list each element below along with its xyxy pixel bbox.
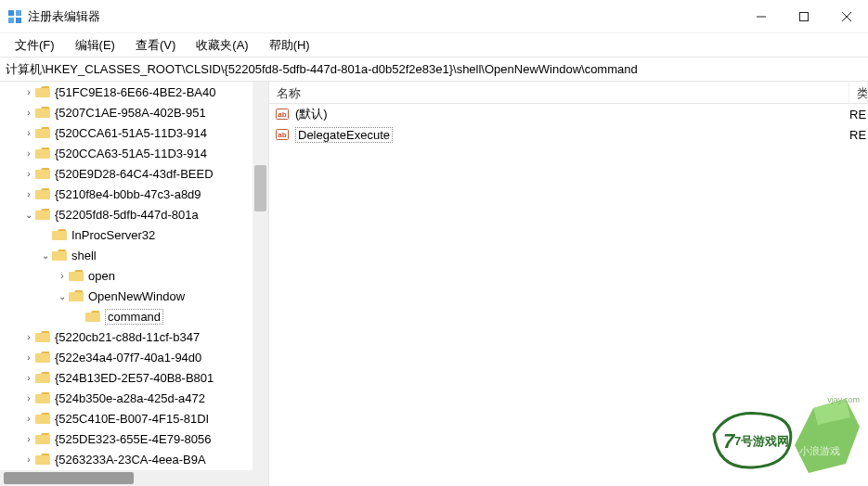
tree-item[interactable]: ›{5220cb21-c88d-11cf-b347 bbox=[0, 326, 253, 347]
tree-item[interactable]: ›{5263233A-23CA-4eea-B9A bbox=[0, 449, 253, 469]
tree-item-label: OpenNewWindow bbox=[88, 289, 185, 303]
value-name: DelegateExecute bbox=[295, 127, 393, 143]
chevron-right-icon[interactable]: › bbox=[56, 271, 69, 281]
tree-item[interactable]: ›{520CCA61-51A5-11D3-914 bbox=[0, 122, 253, 143]
menu-help[interactable]: 帮助(H) bbox=[260, 34, 319, 57]
svg-text:vjay.com: vjay.com bbox=[827, 395, 860, 404]
tree-item-label: {520CCA63-51A5-11D3-914 bbox=[55, 147, 207, 160]
tree-item[interactable]: ⌄shell bbox=[0, 245, 253, 265]
tree-item-label: shell bbox=[71, 249, 97, 262]
svg-text:7号游戏网: 7号游戏网 bbox=[734, 434, 789, 448]
folder-icon bbox=[35, 432, 50, 445]
tree-view[interactable]: ›{51FC9E18-6E66-4BE2-BA40›{5207C1AE-958A… bbox=[0, 82, 253, 470]
svg-text:小浪游戏: 小浪游戏 bbox=[799, 445, 840, 456]
chevron-right-icon[interactable]: › bbox=[22, 352, 35, 363]
address-path: 计算机\HKEY_CLASSES_ROOT\CLSID\{52205fd8-5d… bbox=[6, 61, 638, 78]
tree-item[interactable]: ›{525DE323-655E-4E79-8056 bbox=[0, 428, 253, 449]
tree-item-label: {52205fd8-5dfb-447d-801a bbox=[55, 208, 199, 222]
string-value-icon: ab bbox=[275, 107, 290, 122]
tree-item[interactable]: command bbox=[0, 306, 253, 326]
list-view[interactable]: ab(默认)REabDelegateExecuteRE bbox=[269, 104, 868, 145]
chevron-right-icon[interactable]: › bbox=[22, 128, 35, 138]
svg-rect-3 bbox=[16, 18, 21, 23]
tree-item-label: {524B13ED-2E57-40B8-B801 bbox=[55, 371, 214, 385]
tree-item-label: {525DE323-655E-4E79-8056 bbox=[55, 432, 211, 446]
tree-item[interactable]: ›{524B13ED-2E57-40B8-B801 bbox=[0, 367, 253, 388]
tree-item[interactable]: ›{524b350e-a28a-425d-a472 bbox=[0, 388, 253, 408]
tree-pane: ›{51FC9E18-6E66-4BE2-BA40›{5207C1AE-958A… bbox=[0, 82, 269, 486]
tree-item-label: {520E9D28-64C4-43df-BEED bbox=[55, 167, 214, 181]
folder-icon bbox=[35, 453, 50, 466]
folder-icon bbox=[35, 412, 50, 425]
list-pane: 名称 类 ab(默认)REabDelegateExecuteRE vjay.co… bbox=[269, 82, 868, 486]
horizontal-scroll-thumb[interactable] bbox=[4, 472, 134, 484]
tree-item[interactable]: ›{522e34a4-07f7-40a1-94d0 bbox=[0, 347, 253, 367]
folder-icon bbox=[35, 208, 50, 221]
chevron-right-icon[interactable]: › bbox=[22, 434, 35, 444]
tree-item[interactable]: ⌄{52205fd8-5dfb-447d-801a bbox=[0, 204, 253, 224]
tree-item[interactable]: ›{520E9D28-64C4-43df-BEED bbox=[0, 163, 253, 184]
watermark-logo: vjay.com 小浪游戏 7 7号游戏网 bbox=[706, 390, 864, 480]
tree-item[interactable]: ⌄OpenNewWindow bbox=[0, 286, 253, 306]
chevron-right-icon[interactable]: › bbox=[22, 148, 35, 159]
value-name: (默认) bbox=[295, 106, 328, 122]
chevron-right-icon[interactable]: › bbox=[22, 414, 35, 424]
list-header: 名称 类 bbox=[269, 82, 868, 104]
folder-icon bbox=[35, 330, 50, 343]
tree-item-label: command bbox=[105, 309, 163, 325]
svg-rect-5 bbox=[800, 12, 809, 20]
folder-icon bbox=[35, 167, 50, 180]
titlebar: 注册表编辑器 bbox=[0, 0, 868, 33]
vertical-scroll-thumb[interactable] bbox=[254, 165, 266, 211]
column-header-type[interactable]: 类 bbox=[849, 82, 868, 103]
chevron-down-icon[interactable]: ⌄ bbox=[39, 250, 52, 261]
app-icon bbox=[7, 9, 22, 24]
tree-item-label: {51FC9E18-6E66-4BE2-BA40 bbox=[55, 85, 215, 99]
folder-icon bbox=[52, 249, 67, 262]
tree-item-label: {522e34a4-07f7-40a1-94d0 bbox=[55, 351, 201, 364]
folder-icon bbox=[52, 228, 67, 241]
svg-text:ab: ab bbox=[278, 110, 286, 119]
tree-item[interactable]: ›{51FC9E18-6E66-4BE2-BA40 bbox=[0, 82, 253, 102]
menu-favorites[interactable]: 收藏夹(A) bbox=[187, 34, 257, 57]
tree-item[interactable]: ›{5207C1AE-958A-402B-951 bbox=[0, 102, 253, 122]
menu-edit[interactable]: 编辑(E) bbox=[66, 34, 124, 57]
chevron-right-icon[interactable]: › bbox=[22, 454, 35, 465]
tree-item-label: {5220cb21-c88d-11cf-b347 bbox=[55, 330, 200, 344]
column-header-name[interactable]: 名称 bbox=[269, 82, 849, 103]
list-row[interactable]: ab(默认)RE bbox=[269, 104, 868, 124]
minimize-button[interactable] bbox=[740, 0, 783, 32]
tree-item[interactable]: ›open bbox=[0, 265, 253, 286]
value-type: RE bbox=[849, 128, 868, 142]
chevron-right-icon[interactable]: › bbox=[22, 108, 35, 118]
svg-text:7: 7 bbox=[723, 429, 736, 453]
close-button[interactable] bbox=[825, 0, 868, 32]
chevron-right-icon[interactable]: › bbox=[22, 332, 35, 342]
list-row[interactable]: abDelegateExecuteRE bbox=[269, 124, 868, 145]
tree-item[interactable]: ›{5210f8e4-b0bb-47c3-a8d9 bbox=[0, 184, 253, 204]
address-bar[interactable]: 计算机\HKEY_CLASSES_ROOT\CLSID\{52205fd8-5d… bbox=[0, 58, 868, 82]
tree-vertical-scrollbar[interactable] bbox=[253, 82, 268, 470]
tree-item-label: {524b350e-a28a-425d-a472 bbox=[55, 391, 205, 405]
svg-rect-0 bbox=[8, 10, 14, 16]
chevron-right-icon[interactable]: › bbox=[22, 169, 35, 179]
tree-item-label: InProcServer32 bbox=[71, 228, 155, 242]
chevron-right-icon[interactable]: › bbox=[22, 393, 35, 403]
maximize-button[interactable] bbox=[783, 0, 825, 32]
menu-file[interactable]: 文件(F) bbox=[6, 34, 64, 57]
chevron-right-icon[interactable]: › bbox=[22, 87, 35, 97]
folder-icon bbox=[35, 85, 50, 98]
tree-item[interactable]: ›{520CCA63-51A5-11D3-914 bbox=[0, 143, 253, 163]
tree-horizontal-scrollbar[interactable] bbox=[0, 470, 253, 486]
tree-item[interactable]: InProcServer32 bbox=[0, 224, 253, 245]
tree-item[interactable]: ›{525C410E-B007-4F15-81DI bbox=[0, 408, 253, 428]
chevron-right-icon[interactable]: › bbox=[22, 189, 35, 199]
svg-rect-1 bbox=[16, 10, 21, 16]
chevron-down-icon[interactable]: ⌄ bbox=[22, 210, 35, 220]
chevron-down-icon[interactable]: ⌄ bbox=[56, 291, 69, 301]
value-type: RE bbox=[849, 108, 868, 122]
menu-view[interactable]: 查看(V) bbox=[126, 34, 185, 57]
tree-item-label: open bbox=[88, 269, 115, 283]
chevron-right-icon[interactable]: › bbox=[22, 373, 35, 383]
tree-item-label: {525C410E-B007-4F15-81DI bbox=[55, 412, 209, 426]
